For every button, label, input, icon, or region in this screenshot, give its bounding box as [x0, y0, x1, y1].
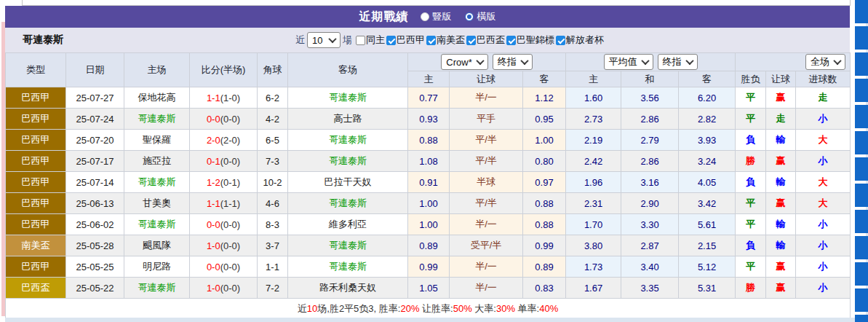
cell-date: 25-05-28 — [66, 235, 124, 256]
cell-result-wdl: 勝 — [736, 278, 766, 299]
checkbox-icon — [466, 36, 476, 45]
cell-date: 25-07-14 — [66, 172, 124, 193]
col-type: 类型 — [6, 53, 66, 87]
layout-radio-selected[interactable]: 橫版 — [465, 10, 496, 23]
average-stage-select[interactable]: 终指 — [658, 54, 698, 70]
summary-segment: 大率: — [472, 303, 496, 314]
bookmaker-select[interactable]: Crow* — [441, 54, 487, 70]
euro-odds-group: 平均值 终指 — [566, 53, 736, 71]
cell-home-team: 甘美奧 — [124, 193, 190, 214]
cell-asian-away-odds: 0.80 — [523, 151, 566, 172]
cell-date: 25-05-22 — [66, 278, 124, 299]
cell-corners: 6-2 — [258, 87, 288, 109]
side-link-block[interactable] — [855, 52, 868, 76]
cell-home-team: 哥連泰斯 — [124, 109, 190, 130]
filter-label: 解放者杯 — [566, 34, 604, 47]
cell-euro-away-odds: 4.05 — [679, 172, 736, 193]
side-link-block[interactable] — [855, 157, 868, 181]
chevron-down-icon — [476, 57, 484, 65]
cell-result-handicap: 輸 — [766, 235, 796, 256]
cell-away-team: 維多利亞 — [288, 214, 408, 235]
layout-radio-option[interactable]: 豎版 — [421, 10, 452, 23]
cell-league: 巴西甲 — [6, 109, 66, 130]
side-link-block[interactable] — [855, 131, 868, 154]
cell-corners: 4-6 — [258, 193, 288, 214]
side-link-block[interactable] — [855, 184, 868, 207]
summary-segment: 场,胜2平5负3, 胜率: — [317, 303, 400, 314]
match-count-select[interactable]: 10 — [307, 32, 341, 48]
cell-asian-away-odds: 0.88 — [523, 214, 566, 235]
cell-score: 1-1(1-1) — [190, 193, 258, 214]
cell-asian-home-odds: 0.99 — [408, 256, 450, 278]
bookmaker-stage-value: 终指 — [498, 55, 517, 68]
cell-euro-home-odds: 1.67 — [566, 278, 621, 299]
cell-result-goals: 大 — [796, 130, 851, 151]
scope-select[interactable]: 全场 — [805, 54, 845, 70]
cell-corners: 4-2 — [258, 109, 288, 130]
side-link-block[interactable] — [855, 262, 868, 286]
side-link-block[interactable] — [855, 315, 868, 322]
result-group: 全场 — [736, 53, 851, 71]
cell-score: 1-1(1-0) — [190, 87, 258, 109]
results-tbody: 巴西甲25-07-27保地花高1-1(1-0)6-2哥連泰斯0.77半/一1.1… — [6, 87, 851, 299]
cell-date: 25-07-24 — [66, 109, 124, 130]
average-select[interactable]: 平均值 — [604, 54, 653, 70]
filter-解放者杯[interactable]: 解放者杯 — [556, 34, 604, 47]
cell-asian-handicap: 平/半 — [450, 151, 523, 172]
cell-euro-draw-odds: 3.16 — [621, 172, 679, 193]
cell-asian-away-odds: 0.97 — [523, 172, 566, 193]
checkbox-icon — [356, 36, 365, 45]
side-link-block[interactable] — [855, 105, 868, 128]
cell-euro-draw-odds: 2.86 — [621, 151, 679, 172]
side-link-block[interactable] — [855, 26, 868, 50]
filter-巴西盃[interactable]: 巴西盃 — [466, 34, 505, 47]
col-date: 日期 — [66, 53, 124, 87]
cell-result-handicap: 赢 — [766, 151, 796, 172]
cell-euro-draw-odds: 2.79 — [621, 130, 679, 151]
cell-asian-away-odds: 0.83 — [523, 278, 566, 299]
average-stage-value: 终指 — [663, 55, 682, 68]
cell-league: 巴西甲 — [6, 256, 66, 278]
cell-corners: 3-7 — [258, 235, 288, 256]
cell-euro-away-odds: 3.24 — [679, 151, 736, 172]
bookmaker-stage-select[interactable]: 终指 — [493, 54, 533, 70]
cell-result-goals: 大 — [796, 193, 851, 214]
col-euro-home: 主 — [566, 71, 621, 87]
summary-segment: 30% — [496, 303, 515, 314]
cell-corners: 8-3 — [258, 214, 288, 235]
cell-euro-home-odds: 2.19 — [566, 130, 621, 151]
cell-result-handicap: 赢 — [766, 193, 796, 214]
cell-score: 2-0(2-0) — [190, 130, 258, 151]
table-row: 巴西甲25-07-14哥連泰斯1-2(0-1)10-2巴拉干天奴0.91半球0.… — [6, 172, 851, 193]
cell-league: 巴西甲 — [6, 193, 66, 214]
side-link-block[interactable] — [855, 288, 868, 312]
cell-asian-away-odds: 1.12 — [523, 87, 566, 109]
col-asian-home: 主 — [408, 71, 450, 87]
col-result-hcp: 让球 — [766, 71, 796, 87]
cell-date: 25-06-02 — [66, 214, 124, 235]
filter-同主[interactable]: 同主 — [356, 34, 385, 47]
cell-asian-away-odds: 0.95 — [523, 109, 566, 130]
cell-asian-away-odds: 1.00 — [523, 130, 566, 151]
checkbox-icon — [506, 36, 516, 45]
cell-euro-home-odds: 3.80 — [566, 235, 621, 256]
cell-euro-away-odds: 5.31 — [679, 278, 736, 299]
side-link-block[interactable] — [855, 236, 868, 259]
bottom-edge-strip — [5, 318, 868, 322]
section-title: 近期戰績 — [359, 9, 409, 25]
filter-巴西甲[interactable]: 巴西甲 — [386, 34, 425, 47]
filter-巴聖錦標[interactable]: 巴聖錦標 — [506, 34, 554, 47]
cell-euro-home-odds: 1.73 — [566, 256, 621, 278]
radio-label: 豎版 — [433, 10, 452, 23]
cell-euro-draw-odds: 2.90 — [621, 193, 679, 214]
near-label: 近 — [295, 34, 305, 47]
table-row: 巴西盃25-05-22哥連泰斯1-0(0-0)7-2路禾利桑天奴1.05半/一0… — [6, 278, 851, 299]
cell-result-wdl: 勝 — [736, 151, 766, 172]
side-link-block[interactable] — [855, 210, 868, 233]
side-link-block[interactable] — [855, 0, 868, 23]
cell-asian-home-odds: 0.93 — [408, 109, 450, 130]
cell-score: 1-2(0-1) — [190, 172, 258, 193]
side-link-block[interactable] — [855, 79, 868, 102]
filter-南美盃[interactable]: 南美盃 — [426, 34, 465, 47]
cell-away-team: 哥連泰斯 — [288, 151, 408, 172]
